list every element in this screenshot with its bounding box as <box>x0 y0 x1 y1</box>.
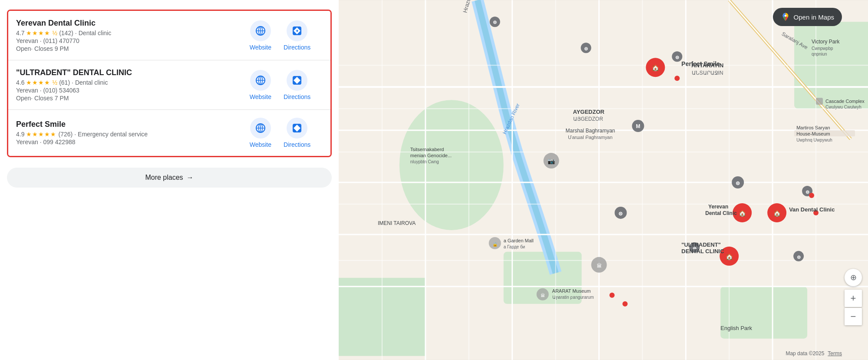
directions-icon-1 <box>287 20 307 41</box>
more-places-button[interactable]: More places → <box>7 168 332 188</box>
svg-point-116 <box>784 15 786 17</box>
result-item-perfect-smile: Perfect Smile 4.9 ★★★★★ (726) · Emergenc… <box>8 110 330 156</box>
svg-point-65 <box>622 301 627 307</box>
google-maps-logo <box>781 12 790 22</box>
svg-point-17 <box>399 100 504 230</box>
map-panel[interactable]: M ⊜ ⊜ ⊜ ⊜ ⊜ ⊜ ⊜ ⊜ 📷 🏛 Hrazda... <box>339 0 868 360</box>
map-terms[interactable]: Terms <box>828 350 842 357</box>
address-1: Yerevan · (011) 470770 <box>16 37 231 44</box>
result-meta-3: 4.9 ★★★★★ (726) · Emergency dental servi… <box>16 131 231 138</box>
directions-button-1[interactable]: Directions <box>284 20 310 51</box>
stars-2: ★★★★ <box>26 79 50 86</box>
directions-svg-2 <box>292 75 302 86</box>
result-actions-2: Website Directions <box>237 70 323 100</box>
globe-svg-3 <box>255 123 266 133</box>
svg-text:M: M <box>636 123 640 129</box>
result-actions-1: Website Directions <box>237 20 323 51</box>
result-meta-1: 4.7 ★★★★½ (142) · Dental clinic <box>16 30 231 36</box>
svg-text:Perfect Smile: Perfect Smile <box>681 60 720 67</box>
result-actions-3: Website Directions <box>237 118 323 148</box>
svg-text:IMENI TAIROVA: IMENI TAIROVA <box>378 220 416 226</box>
website-icon-2 <box>250 70 271 91</box>
svg-text:Cwnpwpbp: Cwnpwpbp <box>812 46 833 51</box>
action-pair-2: Website Directions <box>250 70 311 100</box>
category-2: Dental clinic <box>75 79 108 86</box>
results-list: Yerevan Dental Clinic 4.7 ★★★★½ (142) · … <box>7 10 332 157</box>
action-pair-1: Website Directions <box>250 20 311 51</box>
svg-text:📷: 📷 <box>548 158 555 165</box>
open-status-1: Open· Closes 9 PM <box>16 45 231 52</box>
map-data-credit: Map data ©2025 <box>785 350 824 357</box>
svg-text:Dental Clinic: Dental Clinic <box>705 210 737 216</box>
svg-text:Uwphnq Uwpywuh: Uwphnq Uwpywuh <box>796 138 832 142</box>
website-icon-3 <box>250 118 271 139</box>
svg-text:⊜: ⊜ <box>675 55 679 60</box>
result-meta-2: 4.6 ★★★★½ (61) · Dental clinic <box>16 79 231 86</box>
stars-3: ★★★★★ <box>26 131 56 138</box>
website-label-2: Website <box>250 93 271 100</box>
svg-text:Van Dental Clinic: Van Dental Clinic <box>789 206 835 213</box>
left-panel: Yerevan Dental Clinic 4.7 ★★★★½ (142) · … <box>0 0 339 360</box>
svg-text:🏠: 🏠 <box>726 253 733 261</box>
svg-text:Tsitsernakaberd: Tsitsernakaberd <box>410 147 444 152</box>
review-count-1: (142) <box>59 30 73 36</box>
directions-button-3[interactable]: Directions <box>284 118 310 148</box>
zoom-in-button[interactable]: + <box>845 290 862 307</box>
svg-text:AYGEDZOR: AYGEDZOR <box>573 109 605 115</box>
directions-icon-3 <box>287 118 307 139</box>
svg-text:🏛: 🏛 <box>597 263 602 269</box>
svg-point-64 <box>609 293 614 298</box>
directions-svg-1 <box>292 26 302 36</box>
globe-svg-2 <box>255 75 266 86</box>
directions-button-2[interactable]: Directions <box>284 70 310 100</box>
svg-text:Martiros Saryan: Martiros Saryan <box>796 125 830 130</box>
svg-text:DENTAL CLINIC: DENTAL CLINIC <box>681 248 724 254</box>
category-3: Emergency dental service <box>78 131 148 138</box>
result-info-2: "ULTRADENT" DENTAL CLINIC 4.6 ★★★★½ (61)… <box>16 68 231 102</box>
svg-text:🏠: 🏠 <box>652 64 660 72</box>
result-info-1: Yerevan Dental Clinic 4.7 ★★★★½ (142) · … <box>16 19 231 52</box>
svg-text:ARARAT Museum: ARARAT Museum <box>552 288 591 294</box>
globe-svg-1 <box>255 26 266 36</box>
svg-text:Cwulywu Cwulwyh: Cwulywu Cwulwyh <box>825 105 861 109</box>
website-label-1: Website <box>250 44 271 51</box>
open-in-maps-button[interactable]: Open in Maps <box>773 8 842 26</box>
svg-text:House-Museum: House-Museum <box>796 131 830 136</box>
svg-text:⊜: ⊜ <box>797 254 801 260</box>
map-svg: M ⊜ ⊜ ⊜ ⊜ ⊜ ⊜ ⊜ ⊜ 📷 🏛 Hrazda... <box>339 0 868 360</box>
svg-text:Մarшal Բaghramyan: Մarшal Բaghramyan <box>568 135 612 140</box>
website-icon-1 <box>250 20 271 41</box>
svg-text:Cascade Complex: Cascade Complex <box>825 99 865 104</box>
review-count-2: (61) <box>59 79 70 86</box>
svg-text:🏛: 🏛 <box>541 293 545 298</box>
rating-3: 4.9 <box>16 131 24 138</box>
svg-text:Marshal Baghramyan: Marshal Baghramyan <box>566 128 615 134</box>
svg-text:Արaratin բangurarum: Արaratin բangurarum <box>552 295 594 300</box>
compass-button[interactable]: ⊕ <box>845 269 862 286</box>
svg-text:English Park: English Park <box>720 325 752 331</box>
zoom-out-button[interactable]: − <box>845 308 862 325</box>
action-pair-3: Website Directions <box>250 118 311 148</box>
svg-rect-109 <box>816 98 823 105</box>
result-info-3: Perfect Smile 4.9 ★★★★★ (726) · Emergenc… <box>16 120 231 146</box>
category-1: Dental clinic <box>79 30 111 36</box>
svg-text:ԱՆSԱՐԱՋIN: ԱՆSԱՐԱՋIN <box>692 70 723 76</box>
address-3: Yerevan · 099 422988 <box>16 139 231 145</box>
svg-text:"ULTRADENT": "ULTRADENT" <box>681 241 721 248</box>
rating-2: 4.6 <box>16 79 24 86</box>
svg-point-62 <box>809 193 814 198</box>
directions-svg-3 <box>292 123 302 133</box>
website-button-3[interactable]: Website <box>250 118 271 148</box>
half-star-1: ½ <box>52 30 57 36</box>
website-button-2[interactable]: Website <box>250 70 271 100</box>
result-name-1: Yerevan Dental Clinic <box>16 19 231 28</box>
svg-text:🏠: 🏠 <box>739 210 746 217</box>
result-item-ultradent: "ULTRADENT" DENTAL CLINIC 4.6 ★★★★½ (61)… <box>8 60 330 110</box>
svg-text:🏠: 🏠 <box>773 210 781 217</box>
stars-1: ★★★★ <box>26 30 50 36</box>
svg-text:nluypbtn Cwng: nluypbtn Cwng <box>410 159 439 164</box>
address-2: Yerevan · (010) 534063 <box>16 87 231 94</box>
svg-text:⊜: ⊜ <box>805 189 809 195</box>
website-button-1[interactable]: Website <box>250 20 271 51</box>
website-label-3: Website <box>250 141 271 148</box>
